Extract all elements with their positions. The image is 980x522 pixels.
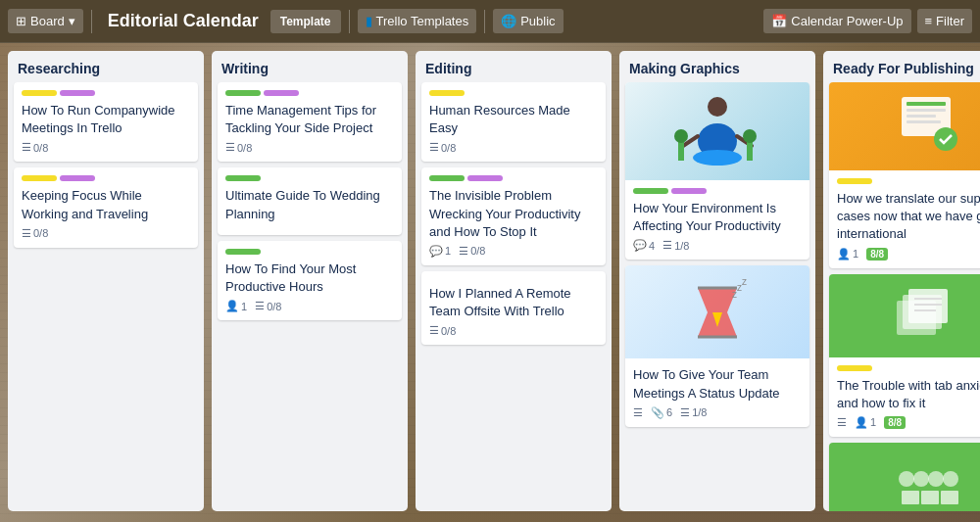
checklist-count: 0/8 xyxy=(470,245,485,257)
comment-icon: 💬 xyxy=(633,239,647,252)
label-green xyxy=(225,249,261,255)
card-meta: ☰ 0/8 xyxy=(22,141,190,154)
checklist-count: 0/8 xyxy=(237,142,252,154)
comment-icon: 💬 xyxy=(429,245,443,258)
card-meta: 👤 1 ☰ 0/8 xyxy=(225,300,394,312)
card-title: How To Find Your Most Productive Hours xyxy=(225,261,394,296)
list-making-graphics: Making Graphics xyxy=(619,51,815,511)
checklist-count: 0/8 xyxy=(441,325,456,337)
svg-point-31 xyxy=(943,471,958,487)
label-purple xyxy=(60,90,95,96)
card-title: How To Give Your Team Meetings A Status … xyxy=(633,366,802,402)
card-title: Time Management Tips for Tackling Your S… xyxy=(225,102,394,137)
svg-rect-32 xyxy=(921,491,939,504)
card-tab-anxiety[interactable]: The Trouble with tab anxiety, and how to… xyxy=(829,274,980,437)
card-labels xyxy=(225,90,394,96)
card-wedding-planning[interactable]: Ultimate Guide To Wedding Planning xyxy=(218,167,402,234)
filter-button[interactable]: ≡ Filter xyxy=(917,9,972,33)
card-labels xyxy=(22,90,190,96)
checklist-meta: ☰ 0/8 xyxy=(22,227,48,240)
comment-meta: 💬 4 xyxy=(633,239,655,252)
checklist-meta: ☰ 0/8 xyxy=(225,141,252,154)
card-title: How I Planned A Remote Team Offsite With… xyxy=(429,285,598,320)
header-right-section: 📅 Calendar Power-Up ≡ Filter xyxy=(763,9,972,33)
card-labels xyxy=(429,175,598,181)
app-header: ⊞ Board ▾ Editorial Calendar Template ▮ … xyxy=(0,0,980,43)
list-cards-making-graphics: How Your Environment Is Affecting Your P… xyxy=(619,82,815,433)
public-button[interactable]: 🌐 Public xyxy=(493,9,563,33)
template-button[interactable]: Template xyxy=(270,10,341,33)
card-environment-productivity[interactable]: How Your Environment Is Affecting Your P… xyxy=(625,82,809,260)
calendar-power-up-button[interactable]: 📅 Calendar Power-Up xyxy=(763,9,910,33)
checklist-meta: ☰ 0/8 xyxy=(429,324,456,337)
board-button[interactable]: ⊞ Board ▾ xyxy=(8,9,83,33)
inbox-illustration xyxy=(887,450,965,511)
svg-rect-24 xyxy=(908,289,948,323)
svg-rect-18 xyxy=(906,109,946,112)
list-title-researching[interactable]: Researching xyxy=(8,51,204,82)
header-divider-2 xyxy=(349,10,350,33)
card-invisible-problem[interactable]: The Invisible Problem Wrecking Your Prod… xyxy=(421,167,606,265)
checklist-meta: ☰ 1/8 xyxy=(662,239,689,252)
list-writing: Writing Time Management Tips for Tacklin… xyxy=(212,51,408,511)
card-meta: ☰ 0/8 xyxy=(225,141,394,154)
svg-point-21 xyxy=(934,127,957,151)
card-keeping-focus[interactable]: Keeping Focus While Working and Travelin… xyxy=(14,167,198,247)
svg-point-29 xyxy=(913,471,929,487)
svg-rect-5 xyxy=(678,141,684,161)
list-title-writing[interactable]: Writing xyxy=(212,51,408,82)
svg-rect-17 xyxy=(906,102,946,106)
trello-templates-button[interactable]: ▮ Trello Templates xyxy=(358,9,477,33)
label-yellow xyxy=(22,90,57,96)
card-meta: ☰ 0/8 xyxy=(429,324,598,337)
completion-badge: 8/8 xyxy=(884,416,906,429)
checklist-meta: ☰ xyxy=(633,406,643,419)
card-companywide-meetings[interactable]: How To Run Companywide Meetings In Trell… xyxy=(14,82,198,162)
label-purple xyxy=(60,175,95,181)
member-icon: 👤 xyxy=(225,300,239,312)
member-icon: 👤 xyxy=(855,416,868,429)
checklist-count: 1/8 xyxy=(674,240,689,252)
checklist-icon: ☰ xyxy=(429,141,439,154)
comment-count: 1 xyxy=(445,245,451,257)
checklist-icon: ☰ xyxy=(633,406,643,419)
card-time-management[interactable]: Time Management Tips for Tackling Your S… xyxy=(218,82,402,162)
card-meta: ☰ 📎 6 ☰ 1/8 xyxy=(633,406,802,419)
card-title: The Invisible Problem Wrecking Your Prod… xyxy=(429,187,598,241)
completion-badge: 8/8 xyxy=(866,248,888,261)
checklist-meta: ☰ xyxy=(837,416,847,429)
card-remote-offsite[interactable]: How I Planned A Remote Team Offsite With… xyxy=(421,271,606,345)
list-title-ready-for-publishing[interactable]: Ready For Publishing xyxy=(823,51,980,82)
header-divider xyxy=(91,10,92,33)
card-labels xyxy=(837,178,980,184)
card-team-meetings-status[interactable]: z z z How To Give Your Team Meetings A S… xyxy=(625,265,809,426)
card-hr-easy[interactable]: Human Resources Made Easy ☰ 0/8 xyxy=(421,82,606,162)
member-count: 1 xyxy=(870,416,876,428)
trello-templates-label: Trello Templates xyxy=(376,14,469,28)
board-label: Board xyxy=(30,14,65,28)
hourglass-illustration: z z z xyxy=(678,273,757,352)
card-support-cases[interactable]: How we translate our support cases now t… xyxy=(829,82,980,268)
comment-meta: 💬 1 xyxy=(429,245,451,258)
card-productive-hours[interactable]: How To Find Your Most Productive Hours 👤… xyxy=(218,241,402,320)
list-title-editing[interactable]: Editing xyxy=(416,51,612,82)
card-title: Human Resources Made Easy xyxy=(429,102,598,137)
checklist-count: 0/8 xyxy=(33,142,48,154)
card-title: How To Run Companywide Meetings In Trell… xyxy=(22,102,190,137)
svg-rect-33 xyxy=(941,491,958,504)
page-title: Editorial Calendar xyxy=(108,11,259,31)
lists-container: Researching How To Run Companywide Meeti… xyxy=(0,43,980,522)
card-inbox-zero[interactable]: How To Get To Inbox Zero xyxy=(829,443,980,511)
checklist-icon: ☰ xyxy=(255,300,265,312)
board: Researching How To Run Companywide Meeti… xyxy=(0,43,980,522)
list-title-making-graphics[interactable]: Making Graphics xyxy=(619,51,815,82)
attachment-count: 6 xyxy=(666,406,672,418)
label-yellow xyxy=(22,175,57,181)
checklist-icon: ☰ xyxy=(429,324,439,337)
comment-count: 4 xyxy=(649,240,655,252)
card-title: How Your Environment Is Affecting Your P… xyxy=(633,200,802,235)
card-labels xyxy=(429,90,598,96)
card-title: How we translate our support cases now t… xyxy=(837,190,980,244)
public-label: Public xyxy=(520,14,555,28)
filter-icon: ≡ xyxy=(925,14,933,28)
